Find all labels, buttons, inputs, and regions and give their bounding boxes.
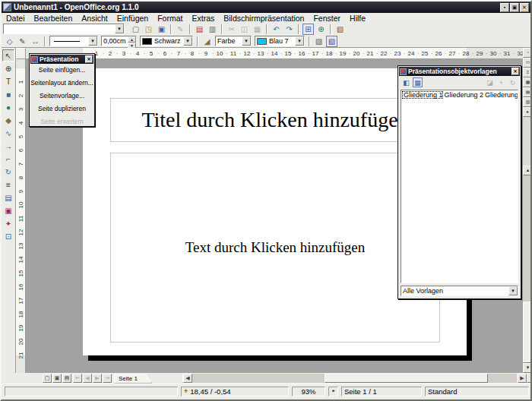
arrow-style-icon[interactable]: ↔ (30, 36, 41, 47)
url-input[interactable] (4, 25, 115, 33)
select-tool-icon[interactable]: ↖ (2, 49, 14, 62)
line-width-input[interactable] (102, 36, 128, 46)
page-tab[interactable]: Seite 1 (114, 374, 152, 384)
scroll-right-icon[interactable]: ▶ (518, 374, 527, 383)
rectangle-tool-icon[interactable]: ■ (2, 88, 14, 100)
horizontal-scroll-track[interactable] (192, 374, 517, 383)
alignment-tool-icon[interactable]: ≡ (2, 178, 14, 191)
text-placeholder[interactable]: Text durch Klicken hinzufügen (110, 153, 440, 343)
chevron-down-icon[interactable]: ▼ (88, 36, 97, 46)
gallery-icon[interactable]: ▧ (334, 24, 346, 35)
rotate-tool-icon[interactable]: ↻ (2, 166, 14, 178)
close-icon[interactable]: ✕ (85, 55, 93, 63)
vertical-scrollbar[interactable]: ▫ ▭≡▦▤▥▸ ▲ ▼ (523, 48, 532, 373)
menu-extras[interactable]: Extras (187, 14, 219, 23)
edit-points-icon[interactable]: ◇ (4, 36, 15, 47)
arrange-tool-icon[interactable]: ▤ (2, 191, 14, 204)
interaction-tool-icon[interactable]: ⊡ (2, 230, 14, 242)
url-dropdown-icon[interactable]: ▼ (115, 24, 124, 33)
3d-objects-tool-icon[interactable]: ◆ (2, 114, 14, 126)
hyperlink-icon[interactable]: ⊕ (315, 24, 327, 35)
title-placeholder[interactable]: Titel durch Klicken hinzufügen (110, 98, 440, 142)
curve-tool-icon[interactable]: ∿ (2, 127, 14, 139)
scroll-down-icon[interactable]: ▼ (523, 363, 532, 373)
export-pdf-icon[interactable]: ▤ (194, 24, 205, 35)
style-list-item[interactable]: Gliederung 2 (443, 91, 484, 99)
presentation-panel-item[interactable]: Seitenvorlage... (30, 90, 93, 103)
preview-icon[interactable]: ▧ (326, 36, 337, 47)
open-icon[interactable]: ◳ (143, 24, 154, 35)
menu-bearbeiten[interactable]: Bearbeiten (30, 14, 78, 23)
menu-fenster[interactable]: Fenster (309, 14, 345, 23)
stepper-buttons[interactable]: ▲▼ (128, 36, 136, 46)
ruler-toggle-button[interactable]: ▫ (523, 48, 532, 58)
new-document-icon[interactable]: ▢ (130, 24, 141, 35)
close-button-icon[interactable]: ✕ (520, 3, 529, 12)
horizontal-scroll-thumb[interactable] (325, 374, 488, 383)
fill-color-select[interactable]: Blau 7 ▼ (255, 36, 305, 46)
chevron-down-icon[interactable]: ▼ (183, 36, 192, 46)
shadow-icon[interactable]: ▨ (313, 36, 325, 47)
lines-arrows-tool-icon[interactable]: → (2, 140, 14, 152)
line-icon[interactable]: ✎ (17, 36, 28, 47)
area-style-icon[interactable]: ◢ (201, 36, 213, 47)
presentation-panel-titlebar[interactable]: Präsentation ✕ (30, 55, 93, 64)
minimize-button-icon[interactable]: ▪ (500, 3, 509, 12)
effects-tool-icon[interactable]: ✦ (2, 217, 14, 229)
presentation-panel-item[interactable]: Seite einfügen... (30, 64, 93, 77)
presentation-styles-icon[interactable]: ▦ (413, 77, 423, 87)
notes-view-icon[interactable]: ▤ (523, 87, 532, 97)
save-icon[interactable]: ▣ (156, 24, 167, 35)
insert-tool-icon[interactable]: ▣ (2, 204, 14, 216)
slides-view-icon[interactable]: ▦ (523, 77, 532, 87)
resize-corner[interactable] (527, 374, 532, 383)
handout-view-icon[interactable]: ▥ (523, 97, 532, 107)
menu-format[interactable]: Format (153, 14, 187, 23)
fill-type-select[interactable]: Farbe ▼ (215, 36, 252, 46)
menu-datei[interactable]: Datei (2, 14, 30, 23)
layer-mode-icon[interactable]: ▤ (62, 374, 71, 383)
vertical-ruler[interactable]: 123456789101112131415161718192021 (16, 59, 26, 373)
style-list-item[interactable]: Gliederung 1 (402, 91, 443, 99)
scroll-left-icon[interactable]: ◀ (183, 374, 192, 383)
window-titlebar[interactable]: Unbenannt1 - OpenOffice.org 1.1.0 ▪▣✕ (2, 2, 530, 13)
horizontal-ruler[interactable]: 1·2·3·4·5·6·7·8·9·10·11·12·13·14·15·16·1… (26, 48, 523, 59)
graphics-styles-icon[interactable]: ◧ (401, 77, 411, 87)
line-color-select[interactable]: Schwarz ▼ (140, 36, 193, 46)
style-filter-select[interactable]: Alle Vorlagen ▼ (401, 286, 518, 296)
page-mode-icon[interactable]: ▢ (43, 374, 52, 383)
restore-button-icon[interactable]: ▣ (510, 3, 519, 12)
outline-view-icon[interactable]: ≡ (523, 68, 532, 77)
vertical-scroll-thumb[interactable] (523, 302, 532, 363)
menu-einfuegen[interactable]: Einfügen (112, 14, 153, 23)
presentation-panel-item[interactable]: Seitenlayout ändern... (30, 77, 93, 90)
undo-icon[interactable]: ↶ (271, 24, 282, 35)
style-list-item[interactable]: Gliederung 3 (483, 91, 518, 99)
print-icon[interactable]: ▥ (207, 24, 218, 35)
stylist-titlebar[interactable]: Präsentationsobjektvorlagen ✕ (399, 67, 520, 76)
stepper-up-icon[interactable]: ▲ (128, 36, 136, 43)
text-tool-icon[interactable]: T (2, 75, 14, 87)
ellipse-tool-icon[interactable]: ● (2, 101, 14, 113)
zoom-tool-icon[interactable]: ⊕ (2, 62, 14, 74)
redo-icon[interactable]: ↷ (283, 24, 295, 35)
url-combobox[interactable]: ▼ (3, 24, 125, 34)
vertical-scroll-track[interactable] (523, 175, 532, 363)
menu-ansicht[interactable]: Ansicht (77, 14, 112, 23)
scroll-up-icon[interactable]: ▲ (523, 166, 532, 175)
close-icon[interactable]: ✕ (511, 68, 519, 75)
start-presentation-icon[interactable]: ▸ (523, 107, 532, 117)
master-mode-icon[interactable]: ▣ (52, 374, 62, 383)
drawing-view-icon[interactable]: ▭ (523, 58, 532, 68)
line-width-stepper[interactable]: ▲▼ (101, 36, 137, 46)
presentation-panel-item[interactable]: Seite duplizieren (30, 103, 93, 115)
navigator-icon[interactable]: ⊞ (302, 24, 314, 35)
menu-bildschirmpraesentation[interactable]: Bildschirmpräsentation (219, 14, 309, 23)
status-zoom-field[interactable]: 93% (292, 387, 325, 396)
connector-tool-icon[interactable]: ⌐ (2, 153, 14, 165)
chevron-down-icon[interactable]: ▼ (242, 36, 251, 46)
chevron-down-icon[interactable]: ▼ (508, 286, 518, 295)
chevron-down-icon[interactable]: ▼ (295, 36, 304, 46)
line-style-select[interactable]: ▼ (49, 36, 98, 46)
menu-hilfe[interactable]: Hilfe (345, 14, 370, 23)
